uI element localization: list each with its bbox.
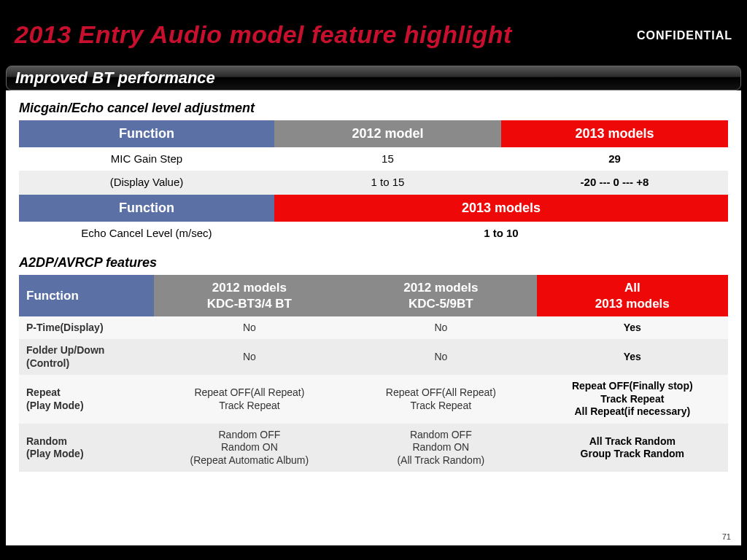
cell: Repeat OFF(Finally stop)Track RepeatAll …	[537, 375, 728, 424]
cell: No	[154, 316, 345, 340]
cell: P-Time(Display)	[19, 316, 154, 340]
a2dp-table: Function 2012 modelsKDC-BT3/4 BT 2012 mo…	[19, 275, 728, 472]
cell: Yes	[537, 316, 728, 340]
table-row: Repeat(Play Mode) Repeat OFF(All Repeat)…	[19, 375, 728, 424]
cell: 1 to 10	[274, 222, 728, 246]
cell: All Track RandomGroup Track Random	[537, 424, 728, 472]
confidential-label: CONFIDENTIAL	[637, 29, 732, 42]
cell: Folder Up/Down(Control)	[19, 339, 154, 375]
cell: Random OFFRandom ON(All Track Random)	[345, 424, 536, 472]
subtitle-bar: Improved BT performance	[6, 66, 741, 90]
t1-hdr-2012: 2012 model	[274, 120, 501, 147]
cell: Repeat OFF(All Repeat)Track Repeat	[154, 375, 345, 424]
cell: No	[345, 339, 536, 375]
t1-hdr-2013: 2013 models	[501, 120, 728, 147]
cell: 29	[501, 147, 728, 171]
table-row: P-Time(Display) No No Yes	[19, 316, 728, 340]
cell: Random(Play Mode)	[19, 424, 154, 472]
cell: Repeat(Play Mode)	[19, 375, 154, 424]
table-row: (Display Value) 1 to 15 -20 --- 0 --- +8	[19, 171, 728, 195]
section2-heading: A2DP/AVRCP features	[19, 255, 728, 271]
cell: MIC Gain Step	[19, 147, 274, 171]
table-row: Folder Up/Down(Control) No No Yes	[19, 339, 728, 375]
section1-heading: Micgain/Echo cancel level adjustment	[19, 101, 728, 116]
t1-hdr-function: Function	[19, 120, 274, 147]
t2-hdr-2012b: 2012 modelsKDC-5/9BT	[345, 275, 536, 316]
t1b-hdr-2013: 2013 models	[274, 195, 728, 222]
cell: Echo Cancel Level (m/sec)	[19, 222, 274, 246]
cell: No	[154, 339, 345, 375]
cell: Yes	[537, 339, 728, 375]
table-row: MIC Gain Step 15 29	[19, 147, 728, 171]
cell: -20 --- 0 --- +8	[501, 171, 728, 195]
slide-title: 2013 Entry Audio model feature highlight	[15, 20, 512, 49]
table-row: Echo Cancel Level (m/sec) 1 to 10	[19, 222, 728, 246]
cell: 1 to 15	[274, 171, 501, 195]
slide: 2013 Entry Audio model feature highlight…	[0, 0, 747, 560]
cell: Repeat OFF(All Repeat)Track Repeat	[345, 375, 536, 424]
t2-hdr-2012a: 2012 modelsKDC-BT3/4 BT	[154, 275, 345, 316]
micgain-table: Function 2012 model 2013 models MIC Gain…	[19, 120, 728, 245]
t1b-hdr-function: Function	[19, 195, 274, 222]
slide-body: Micgain/Echo cancel level adjustment Fun…	[6, 90, 741, 545]
table-row: Random(Play Mode) Random OFFRandom ON(Re…	[19, 424, 728, 472]
t2-hdr-function: Function	[19, 275, 154, 316]
cell: Random OFFRandom ON(Repeat Automatic Alb…	[154, 424, 345, 472]
t2-hdr-2013: All2013 models	[537, 275, 728, 316]
page-number: 71	[722, 532, 731, 541]
cell: 15	[274, 147, 501, 171]
cell: No	[345, 316, 536, 340]
cell: (Display Value)	[19, 171, 274, 195]
